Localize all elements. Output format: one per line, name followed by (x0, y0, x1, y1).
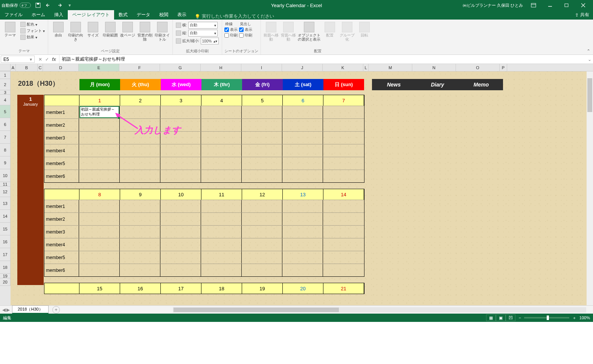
tab-data[interactable]: データ (132, 10, 155, 20)
member-name-cell[interactable]: member6 (44, 170, 79, 182)
member-name-cell[interactable]: member2 (44, 119, 79, 131)
column-header-D[interactable]: D (43, 64, 79, 71)
save-icon[interactable] (35, 2, 41, 9)
member-name-cell[interactable]: member1 (44, 200, 79, 212)
date-cell[interactable]: 20 (283, 283, 323, 294)
orientation-button[interactable]: 印刷の向き (68, 20, 84, 41)
row-header-18[interactable]: 18 (0, 261, 11, 274)
row-header-6[interactable]: 6 (0, 118, 11, 131)
name-box[interactable]: E5▾ (1, 56, 35, 63)
member-name-cell[interactable]: member6 (44, 264, 79, 276)
row-header-14[interactable]: 14 (0, 210, 11, 223)
date-cell[interactable]: 11 (201, 189, 242, 200)
row-header-4[interactable]: 4 (0, 95, 11, 105)
gridlines-print-check[interactable]: 印刷 (224, 33, 238, 38)
row-header-17[interactable]: 17 (0, 248, 11, 261)
date-cell[interactable]: 18 (201, 283, 242, 294)
collapse-ribbon-icon[interactable]: ⌃ (585, 49, 591, 54)
schedule-cell[interactable] (323, 226, 364, 238)
schedule-cell[interactable] (79, 264, 120, 276)
row-header-1[interactable]: 1 (0, 71, 11, 79)
column-header-F[interactable]: F (119, 64, 160, 71)
schedule-cell[interactable] (323, 200, 364, 212)
schedule-cell[interactable] (323, 144, 364, 157)
row-header-3[interactable]: 3 (0, 90, 11, 95)
date-cell[interactable]: 6 (283, 95, 323, 106)
schedule-cell[interactable] (160, 238, 201, 251)
date-cell[interactable]: 16 (120, 283, 161, 294)
add-sheet-button[interactable]: ＋ (52, 306, 60, 314)
row-header-19[interactable]: 19 (0, 274, 11, 278)
column-header-E[interactable]: E (79, 64, 119, 71)
schedule-cell[interactable] (201, 238, 242, 251)
schedule-cell[interactable] (201, 226, 242, 238)
background-button[interactable]: 背景の削除 (137, 20, 153, 41)
member-name-cell[interactable]: member2 (44, 213, 79, 225)
sheet-nav-prev-icon[interactable]: ◀ (2, 307, 6, 312)
member-name-cell[interactable]: member1 (44, 106, 79, 118)
schedule-cell[interactable] (201, 213, 242, 225)
expand-formula-bar-icon[interactable]: ⌄ (586, 55, 593, 64)
schedule-cell[interactable] (201, 157, 242, 170)
schedule-cell[interactable] (201, 132, 242, 144)
tab-review[interactable]: 校閲 (155, 10, 173, 20)
schedule-cell[interactable] (242, 157, 282, 170)
schedule-cell[interactable] (242, 238, 282, 251)
schedule-cell[interactable] (160, 106, 201, 118)
schedule-cell[interactable] (120, 251, 160, 264)
tab-home[interactable]: ホーム (27, 10, 50, 20)
active-cell-E5[interactable]: 初詣～親戚宅挨拶～おせち料理 (79, 106, 119, 118)
schedule-cell[interactable] (160, 213, 201, 225)
member-name-cell[interactable]: member3 (44, 226, 79, 238)
row-header-15[interactable]: 15 (0, 223, 11, 235)
group-button[interactable]: グループ化 (339, 20, 355, 41)
print-area-button[interactable]: 印刷範囲 (102, 20, 118, 37)
schedule-cell[interactable] (282, 251, 323, 264)
schedule-cell[interactable] (120, 106, 160, 118)
schedule-cell[interactable] (79, 238, 120, 251)
schedule-cell[interactable] (323, 213, 364, 225)
schedule-cell[interactable] (79, 144, 120, 157)
sheet-nav-next-icon[interactable]: ▶ (6, 307, 10, 312)
schedule-cell[interactable] (120, 157, 160, 170)
tab-file[interactable]: ファイル (0, 10, 27, 20)
schedule-cell[interactable] (323, 170, 364, 182)
share-button[interactable]: ⇪ 共有 (571, 10, 593, 20)
schedule-cell[interactable] (282, 264, 323, 276)
date-cell[interactable]: 2 (120, 95, 161, 106)
schedule-cell[interactable] (282, 119, 323, 131)
schedule-cell[interactable] (160, 226, 201, 238)
schedule-cell[interactable] (160, 144, 201, 157)
schedule-cell[interactable] (323, 119, 364, 131)
schedule-cell[interactable] (79, 251, 120, 264)
column-header-B[interactable]: B (16, 64, 38, 71)
schedule-cell[interactable] (79, 157, 120, 170)
schedule-cell[interactable] (160, 170, 201, 182)
fx-icon[interactable]: fx (52, 57, 56, 62)
minimize-icon[interactable] (542, 0, 558, 11)
headings-view-check[interactable]: 表示 (239, 27, 252, 32)
column-header-C[interactable]: C (38, 64, 43, 71)
schedule-cell[interactable] (282, 238, 323, 251)
undo-icon[interactable] (45, 2, 52, 9)
cancel-formula-icon[interactable]: ✕ (38, 57, 42, 62)
select-all-corner[interactable] (0, 64, 11, 71)
schedule-cell[interactable] (242, 106, 282, 118)
schedule-cell[interactable] (120, 144, 160, 157)
zoom-in-icon[interactable]: ＋ (572, 315, 576, 321)
tab-insert[interactable]: 挿入 (50, 10, 68, 20)
schedule-cell[interactable] (120, 119, 160, 131)
redo-icon[interactable] (56, 2, 63, 9)
schedule-cell[interactable] (201, 200, 242, 212)
column-header-K[interactable]: K (323, 64, 363, 71)
date-cell[interactable]: 13 (283, 189, 323, 200)
gridlines-view-check[interactable]: 表示 (224, 27, 238, 32)
view-pagelayout-icon[interactable]: ▣ (496, 314, 506, 321)
schedule-cell[interactable] (282, 157, 323, 170)
ribbon-display-options-icon[interactable] (525, 0, 542, 11)
schedule-cell[interactable] (323, 132, 364, 144)
selection-pane-button[interactable]: オブジェクトの選択と表示 (298, 20, 320, 41)
theme-fonts-button[interactable]: フォント ▾ (20, 28, 46, 34)
schedule-cell[interactable] (160, 264, 201, 276)
autosave-toggle[interactable]: 自動保存 オフ (2, 3, 31, 8)
